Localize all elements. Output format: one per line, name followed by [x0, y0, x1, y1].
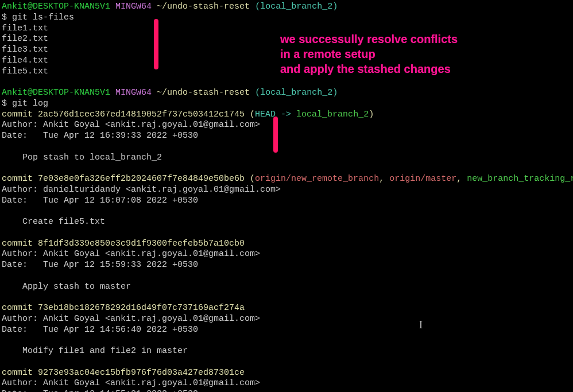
commit-hash-line: commit 9273e93ac04ec15bfb976f76d03a427ed…: [2, 368, 571, 379]
command-line: $ git ls-files: [2, 13, 571, 24]
commit-message: Modify file1 and file2 in master: [2, 346, 571, 357]
highlight-bar-icon: [273, 117, 278, 153]
blank-line: [2, 163, 571, 174]
author-line: Author: Ankit Goyal <ankit.raj.goyal.01@…: [2, 249, 571, 260]
blank-line: [2, 335, 571, 346]
author-line: Author: danielturidandy <ankit.raj.goyal…: [2, 185, 571, 196]
highlight-bar-icon: [154, 19, 158, 69]
date-line: Date: Tue Apr 12 16:07:08 2022 +0530: [2, 196, 571, 207]
commit-hash-line: commit 7e03e8e0fa326eff2b2024607f7e84849…: [2, 174, 571, 185]
date-line: Date: Tue Apr 12 16:39:33 2022 +0530: [2, 131, 571, 142]
author-line: Author: Ankit Goyal <ankit.raj.goyal.01@…: [2, 378, 571, 389]
commit-hash-line: commit 73eb18bc182678292d16d49f07c737169…: [2, 303, 571, 314]
blank-line: [2, 142, 571, 153]
blank-line: [2, 77, 571, 88]
blank-line: [2, 292, 571, 303]
commit-message: Pop stash to local_branch_2: [2, 153, 571, 164]
commit-message: Create file5.txt: [2, 217, 571, 228]
text-cursor-icon: I: [419, 319, 423, 332]
prompt-line: Ankit@DESKTOP-KNAN5V1 MINGW64 ~/undo-sta…: [2, 88, 571, 99]
commit-message: Apply stash to master: [2, 282, 571, 293]
author-line: Author: Ankit Goyal <ankit.raj.goyal.01@…: [2, 314, 571, 325]
date-line: Date: Tue Apr 12 14:56:40 2022 +0530: [2, 325, 571, 336]
annotation-text: we successully resolve conflicts in a re…: [280, 32, 458, 76]
blank-line: [2, 271, 571, 282]
author-line: Author: Ankit Goyal <ankit.raj.goyal.01@…: [2, 120, 571, 131]
prompt-line: Ankit@DESKTOP-KNAN5V1 MINGW64 ~/undo-sta…: [2, 2, 571, 13]
blank-line: [2, 357, 571, 368]
commit-hash-line: commit 2ac576d1cec367ed14819052f737c5034…: [2, 110, 571, 121]
date-line: Date: Tue Apr 12 14:55:21 2022 +0530: [2, 389, 571, 392]
date-line: Date: Tue Apr 12 15:59:33 2022 +0530: [2, 260, 571, 271]
blank-line: [2, 228, 571, 239]
blank-line: [2, 206, 571, 217]
commit-hash-line: commit 8f1df3d339e850e3c9d1f9300feefeb5b…: [2, 239, 571, 250]
command-line: $ git log: [2, 99, 571, 110]
